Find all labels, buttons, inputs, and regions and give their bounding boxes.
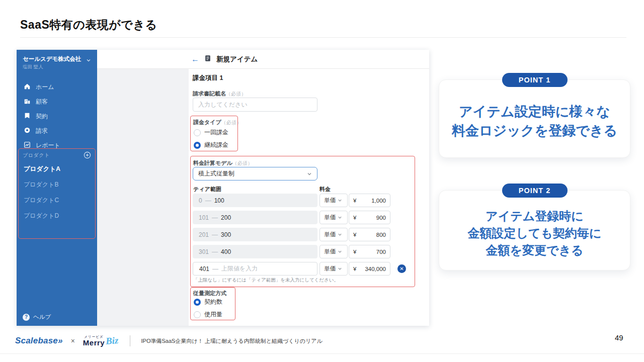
chevron-down-icon: [338, 266, 342, 271]
tier-range-column-header: ティア範囲: [193, 186, 221, 193]
billing-type-label: 課金タイプ（必須）: [193, 119, 242, 126]
app-header: [97, 50, 429, 69]
sidebar: セールスデモ株式会社 塩田 堅人 ホーム 顧客 契約: [17, 50, 97, 326]
chevron-down-icon: [338, 232, 342, 237]
slide: SaaS特有の表現ができる セールスデモ株式会社 塩田 堅人 ホーム 顧客: [0, 0, 644, 362]
radio-checked-icon[interactable]: [194, 142, 201, 149]
back-arrow-icon[interactable]: ←: [191, 55, 199, 64]
unit-select-row-5[interactable]: 単価: [319, 262, 348, 276]
page-title: 新規アイテム: [216, 55, 258, 64]
tier-range-row-1[interactable]: 0 — 100: [193, 194, 317, 207]
price-input-row-1[interactable]: ¥ 1,000: [349, 194, 390, 207]
radio-checked-icon[interactable]: [194, 299, 201, 306]
slide-title: SaaS特有の表現ができる: [20, 17, 157, 33]
sidebar-item-product-b[interactable]: プロダクトB: [17, 177, 97, 193]
tier-range-row-5[interactable]: 401 — 上限値を入力: [193, 262, 317, 276]
chevron-down-icon: [338, 215, 342, 220]
point-2-text: アイテム登録時に 金額設定しても契約毎に 金額を変更できる: [467, 208, 601, 259]
bottom-divider: [0, 353, 644, 354]
sidebar-item-customers[interactable]: 顧客: [17, 95, 97, 109]
unit-select-row-3[interactable]: 単価: [319, 228, 348, 241]
currency-symbol: ¥: [353, 266, 356, 272]
invoice-name-label: 請求書記載名（必須）: [193, 90, 246, 98]
price-input-row-3[interactable]: ¥ 800: [349, 228, 390, 241]
currency-symbol: ¥: [353, 249, 356, 255]
price-column-header: 料金: [319, 186, 331, 193]
tier-range-row-3[interactable]: 201 — 300: [193, 228, 317, 241]
radio-contract-count[interactable]: 契約数: [194, 298, 222, 306]
sidebar-item-billing[interactable]: 請求: [17, 124, 97, 138]
sidebar-item-home[interactable]: ホーム: [17, 80, 97, 95]
billing-item-title: 課金項目 1: [193, 74, 223, 82]
sidebar-item-label: 顧客: [36, 98, 48, 106]
invoice-name-input[interactable]: [193, 98, 317, 112]
pricing-model-value: 積上式従量制: [198, 169, 234, 178]
cross-icon: ×: [71, 337, 75, 345]
billing-icon: [24, 127, 31, 135]
sidebar-item-help[interactable]: ? ヘルプ: [23, 313, 51, 321]
chevron-down-icon: [307, 171, 312, 176]
help-label: ヘルプ: [33, 313, 51, 321]
radio-usage-amount[interactable]: 使用量: [194, 310, 222, 319]
product-section-header: プロダクト: [23, 151, 91, 159]
unit-select-row-4[interactable]: 単価: [319, 245, 348, 258]
pricing-model-label: 料金計算モデル（必須）: [193, 159, 253, 167]
currency-symbol: ¥: [353, 232, 356, 238]
sidebar-item-reports[interactable]: レポート: [17, 138, 97, 153]
sidebar-item-contracts[interactable]: 契約: [17, 109, 97, 124]
company-name: セールスデモ株式会社: [23, 56, 81, 63]
unit-select-row-2[interactable]: 単価: [319, 211, 348, 224]
product-list: プロダクトA プロダクトB プロダクトC プロダクトD: [17, 161, 97, 224]
remove-tier-icon[interactable]: ✕: [397, 264, 406, 273]
contract-icon: [24, 112, 31, 121]
radio-recurring-billing[interactable]: 継続課金: [194, 141, 228, 149]
tier-note: 「上限なし」にするには「ティア範囲」を未入力にしてください。: [193, 277, 339, 284]
footer-divider: [130, 335, 130, 346]
sidebar-item-label: レポート: [36, 141, 60, 150]
currency-symbol: ¥: [353, 198, 356, 204]
user-name: 塩田 堅人: [23, 64, 43, 70]
price-input-row-5[interactable]: ¥ 340,000: [349, 262, 390, 276]
sidebar-item-label: 契約: [36, 112, 48, 121]
chevron-down-icon: [86, 56, 91, 65]
radio-one-time-billing[interactable]: 一回課金: [194, 128, 228, 137]
sidebar-item-product-d[interactable]: プロダクトD: [17, 208, 97, 224]
chevron-down-icon: [338, 249, 342, 254]
sidebar-item-label: ホーム: [36, 83, 54, 92]
page-number: 49: [615, 333, 623, 342]
merrybiz-logo: メリービズ Merry Biz: [83, 335, 119, 347]
footer: Scalebase» × メリービズ Merry Biz IPO準備SaaS企業…: [15, 333, 323, 349]
scalebase-logo: Scalebase»: [15, 336, 63, 346]
footer-description: IPO準備SaaS企業向け！ 上場に耐えうる内部統制と組織づくりのリアル: [141, 337, 323, 345]
sidebar-item-product-a[interactable]: プロダクトA: [17, 161, 97, 177]
product-section-label: プロダクト: [23, 152, 50, 159]
customers-icon: [24, 98, 31, 106]
radio-unchecked-icon[interactable]: [194, 129, 201, 136]
point-2-badge: POINT 2: [502, 184, 568, 198]
unit-select-row-1[interactable]: 単価: [319, 194, 348, 207]
sidebar-item-product-c[interactable]: プロダクトC: [17, 193, 97, 208]
point-card-2: POINT 2 アイテム登録時に 金額設定しても契約毎に 金額を変更できる: [439, 190, 630, 270]
app-screenshot: セールスデモ株式会社 塩田 堅人 ホーム 顧客 契約: [17, 50, 429, 326]
chevron-down-icon: [338, 198, 342, 203]
title-divider: [20, 37, 626, 38]
app-header-content: ← 新規アイテム: [191, 50, 258, 69]
document-icon: [204, 55, 211, 64]
point-card-1: POINT 1 アイテム設定時に様々な 料金ロジックを登録できる: [439, 79, 630, 158]
pricing-model-select[interactable]: 積上式従量制: [193, 167, 317, 180]
price-input-row-4[interactable]: ¥ 700: [349, 245, 390, 258]
home-icon: [24, 83, 31, 92]
measure-method-label: 従量測定方式: [193, 290, 226, 297]
help-icon: ?: [23, 314, 30, 321]
currency-symbol: ¥: [353, 215, 356, 221]
sidebar-menu: ホーム 顧客 契約 請求 レポート: [17, 80, 97, 153]
point-1-text: アイテム設定時に様々な 料金ロジックを登録できる: [452, 102, 617, 141]
tier-range-row-4[interactable]: 301 — 400: [193, 245, 317, 258]
radio-unchecked-icon[interactable]: [194, 311, 201, 318]
price-input-row-2[interactable]: ¥ 900: [349, 211, 390, 224]
sidebar-item-label: 請求: [36, 127, 48, 135]
point-1-badge: POINT 1: [502, 73, 568, 87]
report-icon: [24, 141, 31, 150]
add-product-button[interactable]: [84, 151, 91, 159]
tier-range-row-2[interactable]: 101 — 200: [193, 211, 317, 224]
